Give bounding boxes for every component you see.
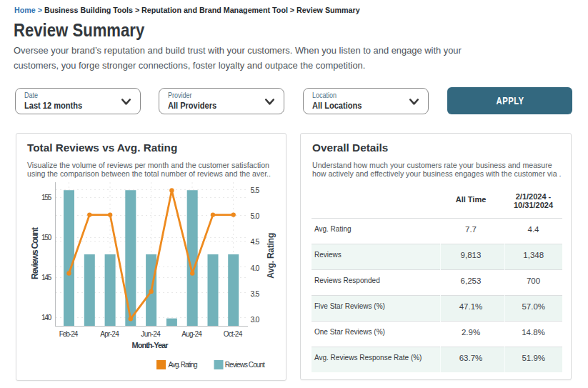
svg-text:Aug-24: Aug-24 [181,330,202,338]
svg-text:4.0: 4.0 [251,264,260,272]
svg-text:140: 140 [41,314,51,322]
svg-text:150: 150 [41,234,51,242]
svg-text:Month-Year: Month-Year [132,341,169,349]
svg-text:Reviews Count: Reviews Count [30,227,40,279]
svg-text:145: 145 [41,274,51,282]
svg-text:155: 155 [41,194,51,202]
svg-text:Oct-24: Oct-24 [224,330,243,338]
svg-text:Jun-24: Jun-24 [141,330,161,338]
svg-text:Avg. Rating: Avg. Rating [169,361,198,369]
svg-text:Reviews Count: Reviews Count [225,361,265,369]
svg-text:5.5: 5.5 [251,186,260,194]
svg-text:3.5: 3.5 [251,290,260,298]
svg-text:Feb-24: Feb-24 [59,330,79,338]
svg-text:Apr-24: Apr-24 [100,330,119,338]
svg-text:5.0: 5.0 [251,212,260,220]
svg-text:3.0: 3.0 [251,316,260,324]
svg-text:Avg. Rating: Avg. Rating [266,233,276,279]
svg-text:4.5: 4.5 [251,238,260,246]
